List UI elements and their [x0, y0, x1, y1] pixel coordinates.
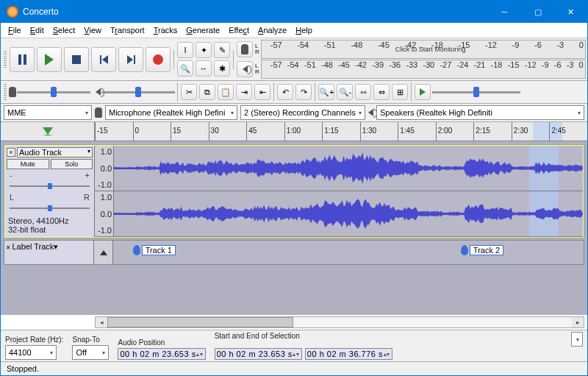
track-menu[interactable]: Label Track▾ — [12, 242, 58, 252]
device-toolbar: MME▾ Microphone (Realtek High Defini▾ 2 … — [1, 104, 587, 122]
playback-volume-slider[interactable] — [101, 86, 175, 98]
minimize-button[interactable]: ─ — [488, 1, 521, 23]
menu-tracks[interactable]: Tracks — [149, 24, 182, 36]
playback-device-combo[interactable]: Speakers (Realtek High Definiti▾ — [376, 105, 584, 120]
audio-track: × Audio Track▾ Mute Solo -+ LR Stereo, 4… — [5, 146, 583, 237]
menu-generate[interactable]: Generate — [182, 24, 224, 36]
recording-channels-combo[interactable]: 2 (Stereo) Recording Channels▾ — [240, 105, 365, 120]
envelope-tool[interactable]: ✦ — [196, 42, 212, 58]
timeshift-tool[interactable]: ↔ — [196, 60, 212, 77]
scroll-right-button[interactable]: ▸ — [572, 319, 584, 326]
recording-device-combo[interactable]: Microphone (Realtek High Defini▾ — [105, 105, 237, 120]
project-rate-combo[interactable]: 44100▾ — [5, 345, 57, 360]
gain-slider[interactable] — [10, 182, 90, 191]
timeline-tick: -15 — [95, 122, 133, 141]
timeline-tick: 30 — [209, 122, 247, 141]
project-rate-label: Project Rate (Hz): — [5, 336, 63, 344]
selection-label: Start and End of Selection — [215, 332, 300, 347]
label-marker[interactable]: Track 2 — [461, 245, 503, 255]
pause-button[interactable] — [10, 47, 35, 72]
menu-help[interactable]: Help — [291, 24, 317, 36]
selection-tool[interactable]: I — [177, 42, 193, 58]
toolbar-grip[interactable] — [4, 52, 7, 68]
timeline-ruler[interactable]: -1501530451:001:151:301:452:002:152:302:… — [95, 122, 587, 141]
selection-end-field[interactable]: 00 h 02 m 36.776 s▴▾ — [305, 348, 392, 360]
draw-tool[interactable]: ✎ — [214, 42, 230, 58]
undo-button[interactable]: ↶ — [277, 84, 293, 100]
play-at-speed-button[interactable] — [415, 84, 431, 100]
track-close-button[interactable]: × — [7, 148, 15, 157]
mute-button[interactable]: Mute — [7, 159, 49, 169]
mic-icon — [95, 107, 102, 118]
recording-meter[interactable]: -57-54-51-48-45-42 Click to Start Monito… — [261, 40, 586, 59]
snap-to-combo[interactable]: Off▾ — [72, 345, 109, 360]
maximize-button[interactable]: ▢ — [521, 1, 554, 23]
skip-end-button[interactable] — [118, 47, 143, 72]
zoom-out-button[interactable]: 🔍- — [337, 84, 353, 100]
waveform-left[interactable]: 1.00.0-1.0 — [95, 146, 583, 191]
copy-button[interactable]: ⧉ — [199, 84, 215, 100]
rec-meter-icon[interactable] — [237, 41, 253, 57]
redo-button[interactable]: ↷ — [295, 84, 312, 100]
titlebar: Concerto ─ ▢ ✕ — [1, 1, 587, 23]
timeline[interactable]: -1501530451:001:151:301:452:002:152:302:… — [1, 122, 587, 141]
toolbar-grip[interactable] — [4, 84, 7, 100]
menu-transport[interactable]: Transport — [106, 24, 149, 36]
zoom-in-button[interactable]: 🔍+ — [318, 84, 334, 100]
app-icon — [7, 6, 18, 18]
recording-volume-slider[interactable] — [17, 86, 90, 98]
multi-tool[interactable]: ✱ — [214, 60, 230, 77]
timeline-tick: 0 — [133, 122, 171, 141]
play-meter-icon[interactable] — [237, 61, 253, 77]
amplitude-scale: 1.00.0-1.0 — [95, 146, 114, 191]
fit-selection-button[interactable]: ⇿ — [355, 84, 371, 100]
zoom-toggle-button[interactable]: ⊞ — [392, 84, 408, 100]
label-track-body[interactable]: Track 1 Track 2 — [94, 241, 584, 264]
menu-edit[interactable]: Edit — [26, 24, 49, 36]
close-button[interactable]: ✕ — [554, 1, 587, 23]
scroll-thumb[interactable] — [107, 317, 293, 327]
play-meter-lr: LR — [255, 63, 259, 75]
window-title: Concerto — [23, 7, 488, 17]
timeline-tick: 1:45 — [398, 122, 436, 141]
label-collapse-button[interactable] — [94, 241, 113, 264]
timeline-head[interactable] — [1, 122, 95, 141]
horizontal-scrollbar[interactable]: ◂ ▸ — [95, 316, 584, 328]
menu-select[interactable]: Select — [49, 24, 80, 36]
menu-view[interactable]: View — [79, 24, 106, 36]
audio-position-label: Audio Position — [118, 338, 205, 347]
solo-button[interactable]: Solo — [51, 159, 93, 169]
trim-button[interactable]: ⇥ — [236, 84, 252, 100]
audio-host-combo[interactable]: MME▾ — [4, 105, 92, 120]
timeline-tick: 2:45 — [549, 122, 587, 141]
stop-button[interactable] — [64, 47, 89, 72]
label-marker[interactable]: Track 1 — [133, 245, 176, 255]
play-button[interactable] — [37, 47, 62, 72]
waveform-right[interactable]: 1.00.0-1.0 — [95, 191, 583, 237]
timeline-tick: 2:15 — [473, 122, 512, 141]
menu-effect[interactable]: Effect — [224, 24, 254, 36]
timeline-tick: 2:00 — [436, 122, 474, 141]
selection-mode-combo[interactable]: ▾ — [571, 332, 583, 347]
play-head-icon — [43, 127, 53, 135]
cut-button[interactable]: ✂ — [181, 84, 197, 100]
pan-slider[interactable] — [10, 204, 90, 213]
zoom-tool[interactable]: 🔍 — [177, 60, 193, 77]
track-close-button[interactable]: × — [6, 243, 10, 252]
skip-start-button[interactable] — [91, 47, 116, 72]
label-track-panel: × Label Track▾ — [4, 241, 94, 264]
playback-meter[interactable]: -57-54-51-48-45-42-39-36-33-30-27-24-21-… — [261, 60, 586, 79]
selection-start-field[interactable]: 00 h 02 m 23.653 s▴▾ — [215, 348, 302, 360]
playback-speed-slider[interactable] — [432, 86, 520, 98]
paste-button[interactable]: 📋 — [218, 84, 234, 100]
track-menu[interactable]: Audio Track▾ — [17, 147, 93, 157]
fit-project-button[interactable]: ⇔ — [373, 84, 390, 100]
audio-position-field[interactable]: 00 h 02 m 23.653 s▴▾ — [118, 348, 205, 360]
record-button[interactable] — [146, 47, 171, 72]
scroll-left-button[interactable]: ◂ — [96, 319, 107, 326]
silence-button[interactable]: ⇤ — [254, 84, 270, 100]
timeline-tick: 1:30 — [360, 122, 398, 141]
menu-analyze[interactable]: Analyze — [254, 24, 291, 36]
menu-file[interactable]: File — [4, 24, 26, 36]
audio-track-panel: × Audio Track▾ Mute Solo -+ LR Stereo, 4… — [5, 146, 95, 237]
